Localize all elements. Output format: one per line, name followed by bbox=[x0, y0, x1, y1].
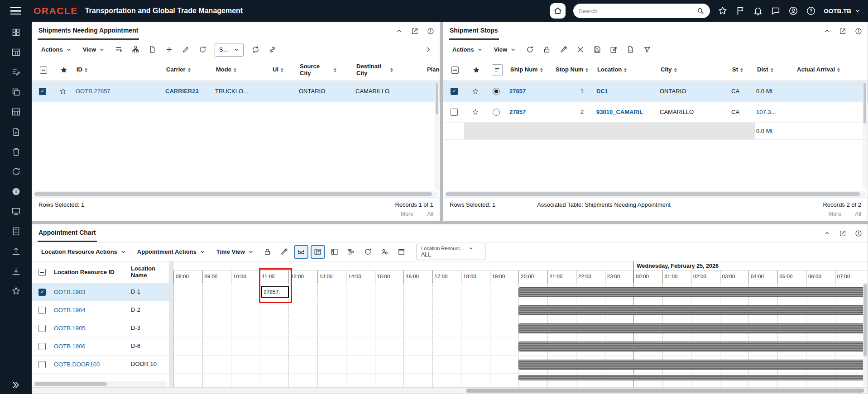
sort-icon[interactable] bbox=[188, 68, 191, 72]
row-checkbox[interactable] bbox=[38, 361, 46, 368]
wrench-icon[interactable] bbox=[556, 43, 571, 57]
actions-dropdown[interactable]: Actions bbox=[37, 43, 76, 57]
wrench-icon[interactable] bbox=[277, 245, 292, 259]
gantt-timeline-row[interactable] bbox=[173, 356, 868, 374]
new-document-icon[interactable] bbox=[145, 43, 159, 57]
saved-search-select[interactable]: S... bbox=[215, 43, 244, 57]
sidebar-expand-icon[interactable] bbox=[11, 380, 20, 389]
sort-icon[interactable] bbox=[585, 68, 588, 72]
appointment-actions-dropdown[interactable]: Appointment Actions bbox=[133, 245, 210, 259]
resource-id-link[interactable]: OOTB.1903 bbox=[54, 289, 85, 295]
lock-icon[interactable] bbox=[260, 245, 275, 259]
layout-tree-icon[interactable] bbox=[327, 245, 342, 259]
favorites-button[interactable] bbox=[718, 6, 728, 16]
resource-id-link[interactable]: OOTB.1904 bbox=[54, 307, 85, 313]
row-checkbox[interactable] bbox=[451, 109, 458, 116]
open-in-new-window-icon[interactable] bbox=[411, 28, 418, 35]
collapse-panel-icon[interactable] bbox=[396, 28, 403, 34]
row-details-icon[interactable] bbox=[492, 64, 503, 76]
gantt-bars-icon[interactable] bbox=[344, 245, 359, 259]
sort-icon[interactable] bbox=[837, 68, 840, 72]
row-radio[interactable] bbox=[493, 88, 500, 95]
gantt-timeline-row[interactable] bbox=[173, 301, 868, 319]
gantt-resource-row[interactable]: OOTB.1904 D-2 bbox=[32, 301, 169, 319]
sort-icon[interactable] bbox=[334, 68, 336, 72]
select-all-checkbox[interactable] bbox=[40, 66, 47, 74]
gantt-timeline-row[interactable] bbox=[173, 319, 868, 337]
info-circle-icon[interactable] bbox=[855, 28, 862, 35]
row-checkbox[interactable] bbox=[39, 88, 46, 95]
hierarchy-icon[interactable] bbox=[128, 43, 143, 57]
row-radio[interactable] bbox=[493, 109, 500, 116]
more-link[interactable]: More bbox=[401, 211, 413, 217]
refresh-icon[interactable] bbox=[523, 43, 537, 57]
favorite-star-icon[interactable] bbox=[59, 88, 67, 95]
document-edit-icon[interactable] bbox=[11, 127, 21, 137]
upload-icon[interactable] bbox=[11, 247, 21, 256]
sort-icon[interactable] bbox=[390, 68, 393, 72]
ship-num-link[interactable]: 27857 bbox=[509, 88, 526, 95]
sort-icon[interactable] bbox=[740, 68, 743, 72]
toolbar-overflow-icon[interactable] bbox=[421, 43, 435, 57]
scrollbar-thumb[interactable] bbox=[863, 284, 867, 356]
all-link[interactable]: All bbox=[427, 211, 433, 217]
row-checkbox[interactable] bbox=[38, 325, 46, 332]
refresh-icon[interactable] bbox=[11, 167, 21, 176]
actions-dropdown[interactable]: Actions bbox=[448, 43, 487, 57]
location-resource-filter-select[interactable]: Location Resourc... ALL bbox=[417, 244, 485, 260]
scrollbar-thumb[interactable] bbox=[436, 83, 438, 114]
location-resource-actions-dropdown[interactable]: Location Resource Actions bbox=[37, 245, 130, 259]
copy-icon[interactable] bbox=[11, 87, 21, 97]
link-icon[interactable] bbox=[265, 43, 280, 57]
refresh-icon[interactable] bbox=[361, 245, 375, 259]
sort-icon[interactable] bbox=[624, 68, 627, 72]
scrollbar-thumb[interactable] bbox=[34, 382, 107, 386]
scrollbar-thumb[interactable] bbox=[34, 192, 432, 196]
info-icon[interactable] bbox=[11, 187, 21, 196]
view-dropdown[interactable]: View bbox=[78, 43, 109, 57]
calendar-icon[interactable] bbox=[394, 245, 409, 259]
filter-funnel-icon[interactable] bbox=[640, 43, 654, 57]
shipment-id-link[interactable]: OOTB.27857 bbox=[76, 88, 110, 95]
save-icon[interactable] bbox=[590, 43, 604, 57]
info-circle-icon[interactable] bbox=[427, 28, 434, 35]
time-view-dropdown[interactable]: Time View bbox=[212, 245, 258, 259]
export-document-icon[interactable] bbox=[623, 43, 638, 57]
sort-icon[interactable] bbox=[771, 68, 773, 72]
all-link[interactable]: All bbox=[855, 211, 861, 217]
location-link[interactable]: DC1 bbox=[596, 88, 608, 95]
open-in-new-window-icon[interactable] bbox=[839, 28, 846, 35]
sort-icon[interactable] bbox=[540, 68, 543, 72]
resource-id-link[interactable]: OOTB.1905 bbox=[54, 325, 85, 332]
favorite-star-icon[interactable] bbox=[472, 88, 479, 95]
sort-icon[interactable] bbox=[234, 68, 236, 72]
refresh-icon[interactable] bbox=[195, 43, 210, 57]
gantt-timeline-row[interactable] bbox=[173, 337, 868, 356]
preview-glasses-icon[interactable] bbox=[294, 245, 308, 259]
download-icon[interactable] bbox=[11, 266, 21, 276]
appointment-input[interactable] bbox=[261, 286, 289, 298]
resource-id-link[interactable]: OOTB.1906 bbox=[54, 343, 85, 350]
favorite-star-icon[interactable] bbox=[472, 109, 479, 116]
sort-icon[interactable] bbox=[674, 68, 677, 72]
sync-icon[interactable] bbox=[249, 43, 263, 57]
search-icon[interactable] bbox=[696, 7, 705, 15]
user-menu-button[interactable]: OOTB.TB bbox=[824, 8, 861, 14]
resource-settings-icon[interactable] bbox=[378, 245, 392, 259]
messages-button[interactable] bbox=[771, 6, 781, 16]
hamburger-menu-button[interactable] bbox=[0, 0, 32, 22]
notifications-button[interactable] bbox=[753, 6, 763, 16]
more-link[interactable]: More bbox=[829, 211, 841, 217]
open-in-new-window-icon[interactable] bbox=[839, 230, 846, 237]
collapse-panel-icon[interactable] bbox=[824, 28, 830, 34]
view-dropdown[interactable]: View bbox=[489, 43, 520, 57]
user-profile-button[interactable] bbox=[788, 6, 798, 16]
column-splitter[interactable] bbox=[169, 261, 173, 387]
row-checkbox[interactable] bbox=[38, 307, 46, 314]
favorites-star-icon[interactable] bbox=[11, 286, 21, 296]
row-checkbox[interactable] bbox=[451, 88, 458, 95]
scrollbar-thumb[interactable] bbox=[466, 389, 864, 393]
edit-pencil-icon[interactable] bbox=[178, 43, 193, 57]
sort-filter-icon[interactable] bbox=[111, 43, 126, 57]
table-icon[interactable] bbox=[11, 107, 21, 117]
